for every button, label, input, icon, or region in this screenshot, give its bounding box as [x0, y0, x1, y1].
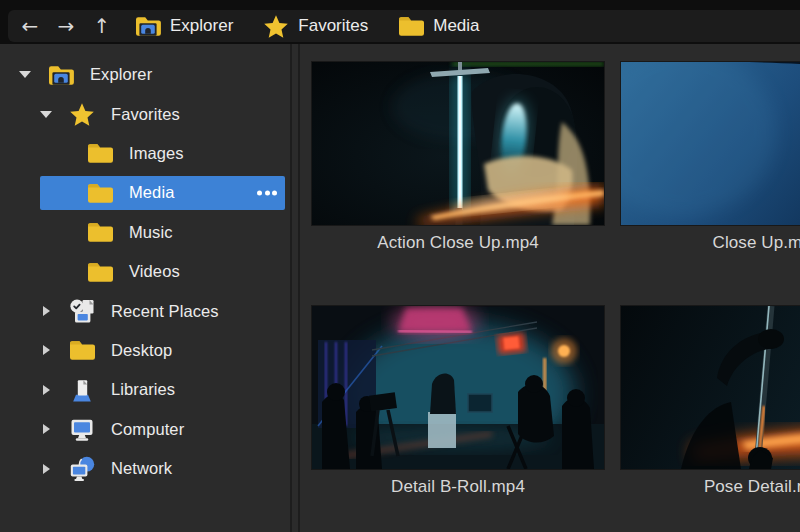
- sidebar-item-label: Music: [129, 223, 173, 242]
- sidebar-item-network[interactable]: Network: [0, 449, 290, 488]
- caret-right-icon[interactable]: [37, 464, 55, 474]
- toolbar-media-label: Media: [433, 16, 479, 36]
- sidebar-item-label: Explorer: [90, 65, 152, 84]
- forward-button[interactable]: →: [48, 10, 84, 42]
- file-item[interactable]: Detail B-Roll.mp4: [312, 306, 604, 497]
- video-thumbnail[interactable]: [621, 62, 800, 225]
- file-name: Detail B-Roll.mp4: [312, 477, 604, 497]
- star-icon: [263, 14, 289, 39]
- video-thumbnail[interactable]: [312, 306, 604, 469]
- toolbar-favorites-button[interactable]: Favorites: [248, 10, 383, 42]
- caret-right-icon[interactable]: [37, 385, 55, 395]
- folder-icon: [85, 260, 115, 284]
- file-item[interactable]: Pose Detail.mp4: [621, 306, 800, 497]
- sidebar-item-computer[interactable]: Computer: [0, 410, 290, 449]
- up-button[interactable]: ↑: [84, 10, 120, 42]
- file-grid: Action Close Up.mp4: [300, 44, 800, 532]
- caret-right-icon[interactable]: [37, 306, 55, 316]
- explorer-folder-icon: [46, 63, 76, 87]
- sidebar-item-label: Media: [129, 183, 174, 202]
- app-body: Explorer Favorites Images Media: [0, 44, 800, 532]
- file-item[interactable]: Action Close Up.mp4: [312, 62, 604, 253]
- sidebar-item-explorer[interactable]: Explorer: [0, 55, 290, 94]
- toolbar-bar: ← → ↑ Explorer Favorites Media: [8, 10, 800, 42]
- sidebar-item-recent-places[interactable]: Recent Places: [0, 291, 290, 330]
- back-button[interactable]: ←: [12, 10, 48, 42]
- toolbar-explorer-button[interactable]: Explorer: [120, 10, 248, 42]
- file-name: Action Close Up.mp4: [312, 233, 604, 253]
- sidebar-item-label: Computer: [111, 420, 184, 439]
- sidebar-splitter[interactable]: [290, 44, 300, 532]
- folder-icon: [85, 181, 115, 205]
- toolbar: ← → ↑ Explorer Favorites Media: [0, 0, 800, 44]
- folder-icon: [398, 14, 424, 38]
- explorer-folder-icon: [135, 14, 161, 38]
- caret-down-icon[interactable]: [37, 111, 55, 118]
- sidebar-item-videos[interactable]: Videos: [0, 252, 290, 291]
- sidebar-item-music[interactable]: Music: [0, 213, 290, 252]
- folder-icon: [85, 141, 115, 165]
- sidebar-item-label: Libraries: [111, 380, 175, 399]
- video-thumbnail[interactable]: [312, 62, 604, 225]
- back-arrow-icon: ←: [22, 14, 39, 38]
- forward-arrow-icon: →: [58, 14, 75, 38]
- sidebar-item-favorites[interactable]: Favorites: [0, 94, 290, 133]
- recent-places-icon: [67, 299, 97, 324]
- sidebar-item-media[interactable]: Media: [0, 173, 290, 212]
- file-name: Close Up.mp4: [621, 233, 800, 253]
- up-arrow-icon: ↑: [94, 14, 111, 38]
- sidebar-item-label: Favorites: [111, 105, 180, 124]
- sidebar-tree: Explorer Favorites Images Media: [0, 44, 290, 532]
- computer-icon: [67, 417, 97, 442]
- sidebar-item-libraries[interactable]: Libraries: [0, 370, 290, 409]
- folder-icon: [67, 338, 97, 362]
- more-options-button[interactable]: [257, 190, 277, 195]
- folder-icon: [85, 220, 115, 244]
- network-icon: [67, 456, 97, 482]
- sidebar-item-label: Recent Places: [111, 302, 219, 321]
- caret-right-icon[interactable]: [37, 345, 55, 355]
- file-name: Pose Detail.mp4: [621, 477, 800, 497]
- sidebar-item-label: Images: [129, 144, 184, 163]
- toolbar-favorites-label: Favorites: [298, 16, 368, 36]
- toolbar-explorer-label: Explorer: [170, 16, 233, 36]
- sidebar-item-images[interactable]: Images: [0, 134, 290, 173]
- star-icon: [67, 102, 97, 127]
- toolbar-media-button[interactable]: Media: [383, 10, 494, 42]
- file-item[interactable]: Close Up.mp4: [621, 62, 800, 253]
- libraries-icon: [67, 377, 97, 403]
- sidebar-item-desktop[interactable]: Desktop: [0, 331, 290, 370]
- sidebar-item-label: Desktop: [111, 341, 172, 360]
- file-explorer-window: ← → ↑ Explorer Favorites Media Exp: [0, 0, 800, 532]
- sidebar-item-label: Network: [111, 459, 172, 478]
- video-thumbnail[interactable]: [621, 306, 800, 469]
- sidebar-item-label: Videos: [129, 262, 180, 281]
- caret-down-icon[interactable]: [16, 71, 34, 78]
- caret-right-icon[interactable]: [37, 424, 55, 434]
